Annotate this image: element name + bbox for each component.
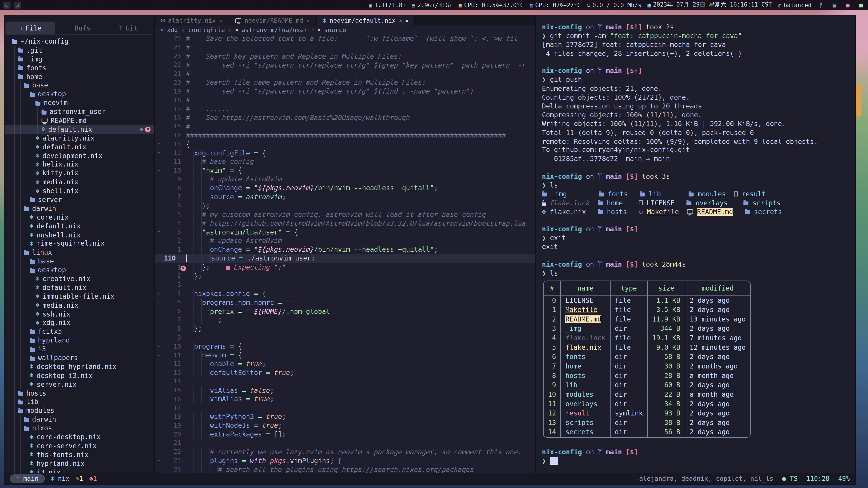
code-line[interactable]: 17# ...... [155,105,535,113]
code-line[interactable]: 16 vimAlias = true; [155,395,535,403]
tree-item[interactable]: ❄media.nix [4,178,154,187]
code-line[interactable]: 14######################################… [155,131,535,140]
code-line[interactable]: 4 # https://github.com/AstroNvim/AstroNv… [155,219,535,228]
tree-item[interactable]: .git [4,46,154,55]
window-icon[interactable]: ❐ [14,1,21,8]
code-line[interactable]: 9 # update AstroNvim [155,175,535,184]
tree-item[interactable]: ❄core-desktop.nix [4,433,154,442]
tree-item[interactable]: lib [4,398,154,406]
tree-item[interactable]: fcitx5 [4,327,154,336]
tree-item[interactable]: ❄creative.nix [4,274,154,283]
breadcrumb-item[interactable]: xdg [167,26,178,33]
tree-item[interactable]: server [4,195,154,204]
tree-item[interactable]: fonts [4,64,154,72]
tree-item[interactable]: ❄server.nix [4,380,154,389]
tree-item[interactable]: darwin [4,204,154,213]
close-icon[interactable]: × [399,18,402,24]
tree-item[interactable]: desktop [4,266,154,274]
tree-item[interactable]: ❄development.nix [4,151,154,160]
code-line[interactable]: ▾10 programs = { [155,342,535,351]
tree-item[interactable]: i3 [4,345,154,354]
code-line[interactable]: ▾23 plugins = with pkgs.vimPlugins; [ [155,456,535,465]
code-line[interactable]: 1 }; ■ Expecting ";" [155,263,535,272]
code-line[interactable]: 7 source = astronvim; [155,193,535,201]
code-line[interactable]: 22 # currently we use lazy.nvim as neovi… [155,448,535,456]
app-tray-icon[interactable]: ■ [857,1,865,8]
code-line[interactable]: 24 # search all the plugins using https:… [155,465,535,473]
code-line[interactable]: 3 [155,281,535,289]
terminal-pane[interactable]: nix-config on ᛘ main [$!] took 2s❯ git c… [536,15,855,473]
editor-tab[interactable]: ❄neovim/default.nix×● [316,15,415,26]
editor-tab[interactable]: ❄alacritty.nix× [155,15,229,26]
code-line[interactable]: 22# sed -ri "s/pattern_str/replace_str/g… [155,61,535,70]
code-line[interactable]: 17 [155,403,535,412]
tree-item[interactable]: ❄core.nix [4,213,154,222]
tree-item[interactable]: ❄xdg.nix [4,318,154,327]
close-icon[interactable]: × [307,18,310,24]
tree-item[interactable]: ❄shell.nix [4,187,154,195]
tree-item[interactable]: ❄nushell.nix [4,230,154,239]
code-line[interactable]: 1 onChange = "${pkgs.neovim}/bin/nvim --… [155,246,535,254]
tree-item[interactable]: ❄media.nix [4,301,154,310]
tree-item[interactable]: ❄default.nix● [4,125,154,134]
tree-item[interactable]: hosts [4,389,154,398]
breadcrumb-item[interactable]: configFile [188,26,225,33]
code-line[interactable]: 20# Search file name pattern and Replace… [155,78,535,87]
tree-item[interactable]: ❄i3.nix [4,468,154,473]
code-line[interactable]: ▾3 "astronvim/lua/user" = { [155,228,535,236]
code-line[interactable]: 2 # update AstroNvim [155,236,535,246]
code-line[interactable]: 8 }; [155,324,535,333]
code-line[interactable]: 110 source = ./astronvim_user; [155,254,535,263]
bluetooth-icon[interactable]: ᛒ [817,1,825,8]
code-line[interactable]: 20 extraPackages = []; [155,430,535,439]
code-area[interactable]: 25# Save the selected text to a file: `:… [155,34,535,473]
tree-item[interactable]: ❄immutable-file.nix [4,292,154,301]
code-line[interactable]: 12 enable = true; [155,360,535,368]
code-line[interactable]: 18# [155,96,535,105]
code-line[interactable]: ▾10 "nvim" = { [155,166,535,175]
code-line[interactable]: 18 withPython3 = true; [155,412,535,421]
code-line[interactable]: 13 defaultEditor = true; [155,368,535,377]
tree-item[interactable]: hyprland [4,336,154,345]
window-icon[interactable]: ❐ [3,1,11,8]
code-line[interactable]: 23# Search key pattern and Replace in Mu… [155,52,535,61]
breadcrumb-item[interactable]: astronvim/lua/user [241,26,307,33]
tree-item[interactable]: desktop [4,90,154,99]
code-line[interactable]: 24# [155,43,535,52]
tree-item[interactable]: ❄hyprland.nix [4,459,154,468]
tree-item[interactable]: ❄default.nix [4,142,154,151]
code-line[interactable]: 11 # base config [155,158,535,166]
code-line[interactable]: 2 }; [155,272,535,281]
filetree-tab-file[interactable]: ❏File [5,22,55,34]
tree-item[interactable]: ❄default.nix [4,222,154,230]
tree-item[interactable]: home [4,72,154,81]
tree-item[interactable]: ❄helix.nix [4,160,154,169]
tree-item[interactable]: linux [4,248,154,257]
tree-item[interactable]: ❄fhs-fonts.nix [4,450,154,459]
tree-item[interactable]: ❄core-server.nix [4,442,154,450]
code-line[interactable]: ▾13{ [155,140,535,149]
keyboard-icon[interactable]: ▤ [831,1,838,8]
code-line[interactable]: 21# [155,70,535,78]
code-line[interactable]: 19# sed -ri "s/pattern_str/replace_str/g… [155,87,535,96]
tree-item[interactable]: _img [4,55,154,64]
code-line[interactable]: 8 onChange = "${pkgs.neovim}/bin/nvim --… [155,184,535,193]
tree-item[interactable]: ❄desktop-i3.nix [4,371,154,380]
code-line[interactable]: 14 [155,377,535,386]
tree-item[interactable]: neovim [4,98,154,107]
tree-item[interactable]: ~/nix-config [4,37,154,46]
tree-item[interactable]: ❄alacritty.nix [4,134,154,142]
tree-item[interactable]: ❄ssh.nix [4,310,154,318]
code-line[interactable]: 21 [155,439,535,448]
tree-item[interactable]: wallpapers [4,354,154,362]
code-line[interactable]: 16# See https://astronvim.com/Basic%20Us… [155,113,535,122]
tree-item[interactable]: ❄default.nix [4,283,154,292]
tree-item[interactable]: base [4,81,154,90]
tree-item[interactable]: ❄rime-squirrel.nix [4,239,154,248]
code-line[interactable]: 9 [155,333,535,342]
filetree-items[interactable]: ~/nix-config.git_imgfontshomebasedesktop… [4,35,154,473]
recorder-icon[interactable]: ● [844,1,851,8]
filetree-tab-git[interactable]: ᛘGit [104,22,153,34]
editor-tab[interactable]: neovim/README.md× [229,15,316,26]
tree-item[interactable]: astronvim_user [4,107,154,116]
